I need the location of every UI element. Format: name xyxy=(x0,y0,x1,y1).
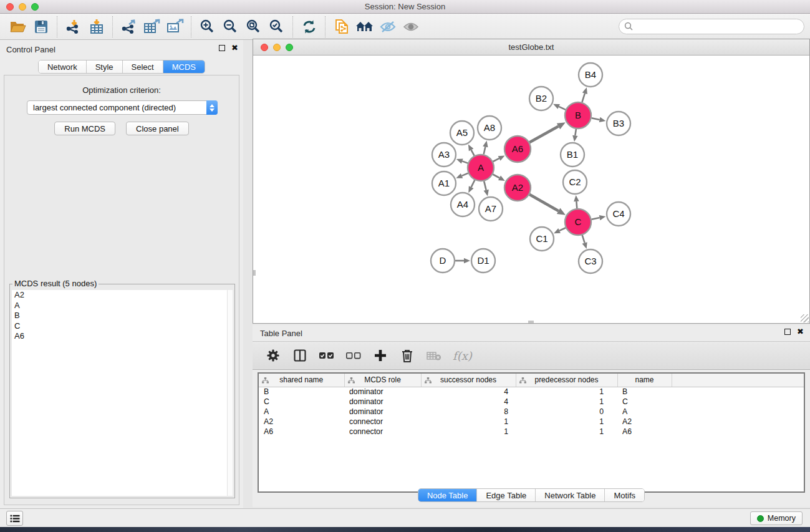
table-cell[interactable]: A6 xyxy=(617,427,672,437)
graph-edge-A-A6[interactable] xyxy=(493,155,505,162)
graph-node-C[interactable]: C xyxy=(565,209,591,235)
zoom-fit-icon[interactable] xyxy=(242,16,265,38)
graph-edge-A-A5[interactable] xyxy=(468,145,475,156)
delete-column-icon[interactable] xyxy=(399,347,415,364)
network-canvas[interactable]: A3A5A8A1A4A7AA6A2BB2B4B3B1CC2C4C1C3DD1 xyxy=(253,56,809,323)
run-mcds-button[interactable]: Run MCDS xyxy=(54,122,115,135)
table-row[interactable]: Bdominator41B xyxy=(259,387,805,397)
table-cell[interactable]: A6 xyxy=(259,427,344,437)
close-table-panel-icon[interactable]: ✖ xyxy=(797,329,804,335)
export-table-icon[interactable] xyxy=(140,16,163,38)
table-cell[interactable]: B xyxy=(259,387,344,397)
zoom-selected-icon[interactable] xyxy=(265,16,288,38)
graph-edge-C-C4[interactable] xyxy=(592,215,606,220)
optimization-criterion-dropdown[interactable]: largest connected component (directed) xyxy=(27,100,218,115)
graph-edge-A-A4[interactable] xyxy=(468,180,475,193)
search-input[interactable] xyxy=(634,21,804,33)
graph-node-A7[interactable]: A7 xyxy=(479,197,503,221)
network-window-titlebar[interactable]: testGlobe.txt xyxy=(253,39,809,56)
graph-edge-A6-B[interactable] xyxy=(529,122,566,142)
result-scrollbar[interactable] xyxy=(227,290,233,496)
table-cell[interactable]: 1 xyxy=(516,417,617,427)
graph-node-A4[interactable]: A4 xyxy=(451,193,475,216)
table-cell[interactable]: A xyxy=(259,407,344,417)
graph-edge-A-A7[interactable] xyxy=(484,181,489,196)
zoom-in-icon[interactable] xyxy=(196,16,219,38)
column-header-shared-name[interactable]: shared name xyxy=(259,374,344,387)
column-header-successor-nodes[interactable]: successor nodes xyxy=(421,374,516,387)
graph-edge-B-B2[interactable] xyxy=(553,104,566,110)
table-cell[interactable]: C xyxy=(617,397,672,407)
result-item[interactable]: A xyxy=(12,301,233,311)
table-cell[interactable]: 4 xyxy=(421,397,516,407)
node-table[interactable]: shared name MCDS role successor nodes pr… xyxy=(258,372,805,493)
graph-edge-C-C3[interactable] xyxy=(582,235,587,249)
tab-mcds[interactable]: MCDS xyxy=(163,60,205,73)
graph-node-C4[interactable]: C4 xyxy=(607,202,630,226)
graph-edge-A-A8[interactable] xyxy=(483,141,488,155)
refresh-layout-icon[interactable] xyxy=(297,16,321,38)
table-row[interactable]: Adominator80A xyxy=(259,407,805,417)
deselect-all-icon[interactable] xyxy=(345,347,362,364)
memory-button[interactable]: Memory xyxy=(750,511,803,525)
table-cell[interactable]: dominator xyxy=(344,387,421,397)
graph-node-A[interactable]: A xyxy=(468,155,494,181)
tab-edge-table[interactable]: Edge Table xyxy=(477,489,536,501)
import-table-icon[interactable] xyxy=(85,16,108,38)
graph-node-B2[interactable]: B2 xyxy=(529,87,553,110)
table-cell[interactable]: A xyxy=(617,407,672,417)
graph-node-C1[interactable]: C1 xyxy=(530,227,554,251)
graph-edge-B-B1[interactable] xyxy=(572,129,577,142)
table-cell[interactable]: C xyxy=(259,397,344,407)
close-panel-button[interactable]: Close panel xyxy=(126,122,189,135)
float-table-panel-icon[interactable] xyxy=(784,329,791,335)
gear-icon[interactable] xyxy=(265,347,281,364)
table-cell[interactable]: dominator xyxy=(344,397,421,407)
table-cell[interactable]: A2 xyxy=(259,417,344,427)
graph-node-D[interactable]: D xyxy=(431,249,455,273)
graph-node-D1[interactable]: D1 xyxy=(471,249,495,273)
export-image-icon[interactable] xyxy=(163,16,186,38)
tab-style[interactable]: Style xyxy=(87,60,123,73)
table-cell[interactable]: dominator xyxy=(344,407,421,417)
column-header-predecessor-nodes[interactable]: predecessor nodes xyxy=(516,374,617,387)
zoom-out-icon[interactable] xyxy=(219,16,242,38)
result-item[interactable]: C xyxy=(12,321,233,332)
table-cell[interactable]: A2 xyxy=(617,417,672,427)
graph-edge-A2-C[interactable] xyxy=(529,195,566,215)
graph-node-A2[interactable]: A2 xyxy=(504,175,531,201)
save-session-icon[interactable] xyxy=(29,16,52,38)
add-column-icon[interactable] xyxy=(372,347,388,364)
graph-edge-C-C2[interactable] xyxy=(574,195,579,208)
table-cell[interactable]: 1 xyxy=(421,427,516,437)
tab-network-table[interactable]: Network Table xyxy=(536,489,605,501)
table-row[interactable]: A6connector11A6 xyxy=(259,427,805,437)
graph-edge-A-A2[interactable] xyxy=(493,174,504,181)
table-cell[interactable]: 1 xyxy=(516,427,617,437)
result-item[interactable]: A2 xyxy=(12,290,233,301)
graph-node-A1[interactable]: A1 xyxy=(432,172,456,195)
graph-node-A6[interactable]: A6 xyxy=(504,136,531,162)
tab-network[interactable]: Network xyxy=(39,60,87,73)
graph-node-A3[interactable]: A3 xyxy=(432,143,456,167)
table-row[interactable]: Cdominator41C xyxy=(259,397,805,407)
result-item[interactable]: A6 xyxy=(12,331,233,342)
search-field[interactable] xyxy=(619,19,804,34)
column-header-name[interactable]: name xyxy=(617,374,672,387)
table-cell[interactable]: 0 xyxy=(516,407,617,417)
graph-node-C2[interactable]: C2 xyxy=(563,170,587,194)
delete-table-icon[interactable] xyxy=(426,347,442,364)
float-panel-icon[interactable] xyxy=(219,45,225,51)
table-row[interactable]: A2connector11A2 xyxy=(259,417,805,427)
import-network-icon[interactable] xyxy=(62,16,85,38)
close-panel-icon[interactable]: ✖ xyxy=(231,45,238,51)
graph-node-A8[interactable]: A8 xyxy=(478,116,501,140)
table-cell[interactable]: 1 xyxy=(421,417,516,427)
function-builder-icon[interactable]: f(x) xyxy=(453,349,472,362)
graph-node-A5[interactable]: A5 xyxy=(450,121,474,145)
graph-edge-A-A1[interactable] xyxy=(456,173,468,178)
show-all-icon[interactable] xyxy=(399,16,422,38)
tab-node-table[interactable]: Node Table xyxy=(418,489,478,501)
window-resize-grip[interactable] xyxy=(801,314,809,322)
graph-node-B1[interactable]: B1 xyxy=(561,143,584,167)
